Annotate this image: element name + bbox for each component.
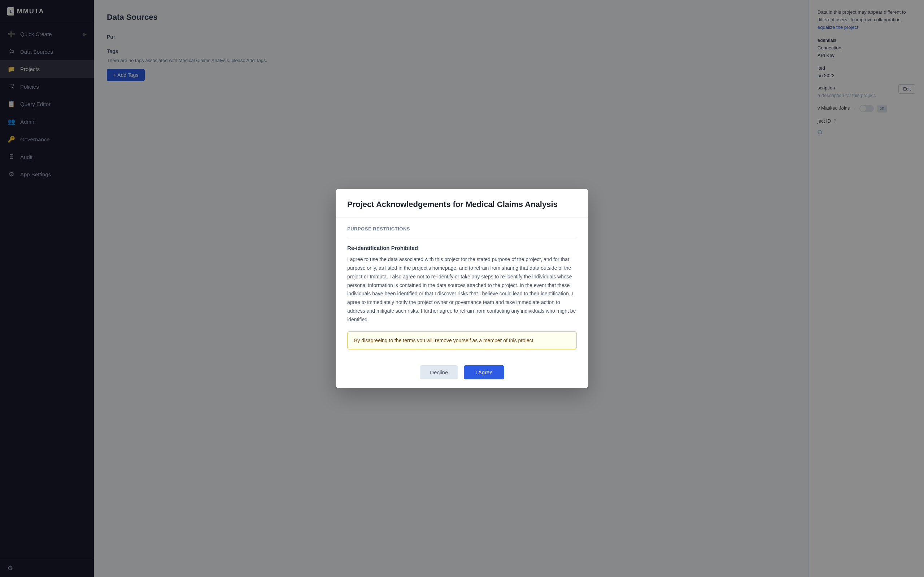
restriction-title: Re-identification Prohibited: [347, 245, 577, 251]
modal-footer: Decline I Agree: [336, 358, 588, 388]
modal-body: Purpose Restrictions Re-identification P…: [336, 218, 588, 358]
decline-button[interactable]: Decline: [420, 365, 458, 379]
modal-divider: [347, 238, 577, 239]
restriction-body: I agree to use the data associated with …: [347, 255, 577, 324]
modal-header: Project Acknowledgements for Medical Cla…: [336, 189, 588, 218]
modal-overlay[interactable]: Project Acknowledgements for Medical Cla…: [0, 0, 924, 577]
modal-section-label: Purpose Restrictions: [347, 226, 577, 232]
modal-title: Project Acknowledgements for Medical Cla…: [347, 199, 577, 210]
acknowledgements-modal: Project Acknowledgements for Medical Cla…: [336, 189, 588, 388]
warning-box: By disagreeing to the terms you will rem…: [347, 331, 577, 350]
agree-button[interactable]: I Agree: [464, 365, 504, 379]
